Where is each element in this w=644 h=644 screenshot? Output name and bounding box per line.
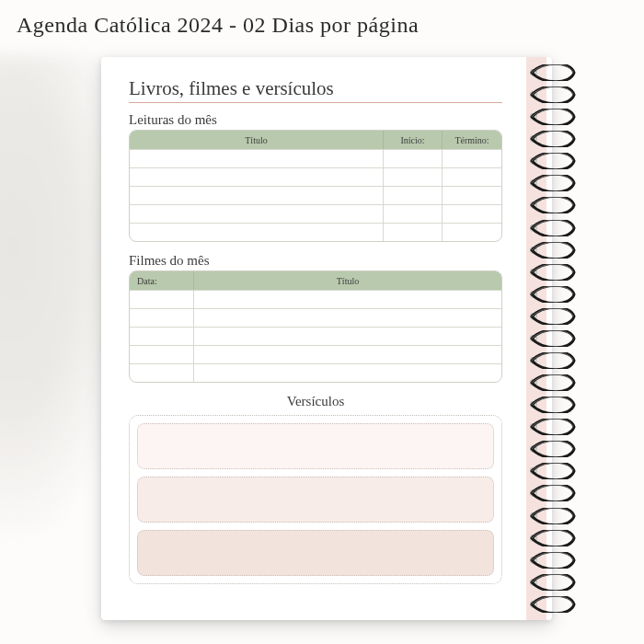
spiral-ring bbox=[526, 286, 578, 303]
films-row[interactable] bbox=[130, 290, 501, 308]
readings-row[interactable] bbox=[130, 186, 501, 204]
spiral-ring bbox=[526, 131, 578, 147]
spiral-ring bbox=[526, 197, 578, 213]
spiral-ring bbox=[526, 86, 578, 103]
verse-box[interactable] bbox=[137, 477, 494, 523]
readings-header-end: Término: bbox=[443, 131, 501, 149]
readings-header-title: Título bbox=[130, 131, 384, 149]
films-header-date: Data: bbox=[130, 271, 194, 290]
spiral-ring bbox=[526, 485, 578, 501]
verse-box[interactable] bbox=[137, 530, 494, 576]
films-label: Filmes do mês bbox=[129, 253, 502, 269]
readings-header-start: Início: bbox=[384, 131, 443, 149]
heading-rule bbox=[129, 102, 502, 103]
films-row[interactable] bbox=[130, 308, 501, 327]
spiral-ring bbox=[526, 508, 578, 524]
films-table: Data: Título bbox=[129, 270, 502, 383]
films-row[interactable] bbox=[130, 345, 501, 363]
spiral-ring bbox=[526, 352, 578, 369]
product-title: Agenda Católica 2024 - 02 Dias por págin… bbox=[17, 13, 419, 38]
readings-header-row: Título Início: Término: bbox=[130, 131, 501, 149]
spiral-ring bbox=[526, 64, 578, 81]
spiral-ring bbox=[526, 419, 578, 435]
films-header-row: Data: Título bbox=[130, 271, 501, 290]
films-row[interactable] bbox=[130, 363, 501, 382]
verse-box[interactable] bbox=[137, 423, 494, 469]
spiral-ring bbox=[526, 374, 578, 391]
spiral-ring bbox=[526, 153, 578, 169]
verses-container bbox=[129, 415, 502, 584]
spiral-ring bbox=[526, 242, 578, 259]
spiral-ring bbox=[526, 463, 578, 479]
spiral-ring bbox=[526, 175, 578, 191]
spiral-ring bbox=[526, 530, 578, 546]
spiral-ring bbox=[526, 308, 578, 325]
spiral-ring bbox=[526, 109, 578, 125]
page-heading: Livros, filmes e versículos bbox=[129, 77, 502, 100]
spiral-ring bbox=[526, 574, 578, 591]
readings-row[interactable] bbox=[130, 204, 501, 223]
readings-row[interactable] bbox=[130, 167, 501, 186]
readings-row[interactable] bbox=[130, 223, 501, 241]
readings-table: Título Início: Término: bbox=[129, 130, 502, 242]
films-header-title: Título bbox=[194, 271, 501, 290]
spiral-binding bbox=[526, 64, 578, 613]
readings-label: Leituras do mês bbox=[129, 112, 502, 128]
spiral-ring bbox=[526, 596, 578, 613]
spiral-ring bbox=[526, 264, 578, 281]
notebook-page: Livros, filmes e versículos Leituras do … bbox=[101, 57, 552, 620]
films-row[interactable] bbox=[130, 327, 501, 345]
page-content: Livros, filmes e versículos Leituras do … bbox=[101, 57, 524, 620]
verses-label: Versículos bbox=[129, 394, 502, 409]
spiral-ring bbox=[526, 220, 578, 236]
spiral-ring bbox=[526, 441, 578, 457]
spiral-ring bbox=[526, 397, 578, 413]
spiral-ring bbox=[526, 552, 578, 569]
readings-row[interactable] bbox=[130, 149, 501, 167]
spiral-ring bbox=[526, 330, 578, 347]
